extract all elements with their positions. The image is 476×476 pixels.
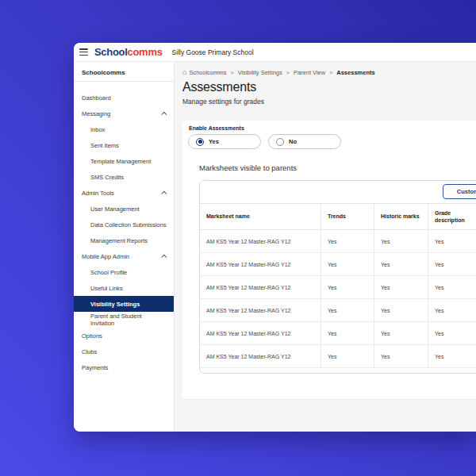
page-subtitle: Manage settings for grades [182,98,264,106]
sidebar-item-label: Data Collection Submissions [90,221,166,228]
sidebar-item-label: Useful Links [90,285,123,292]
table-header-cell-grade-description: Grade description [428,204,476,229]
sidebar-item-sms-credits[interactable]: SMS Credits [74,169,174,185]
sidebar-item-label: Inbox [90,126,105,133]
table-cell: Yes [321,322,374,344]
breadcrumb-separator-icon: > [286,70,290,75]
hamburger-icon[interactable] [79,48,88,56]
sidebar-nav: DashboardMessagingInboxSent ItemsTemplat… [74,82,174,375]
sidebar-item-clubs[interactable]: Clubs [74,344,174,359]
sidebar-item-options[interactable]: Options [74,328,174,344]
table-row: AM KS5 Year 12 Master-RAG Y12YesYesYes [200,230,476,253]
sidebar-item-dashboard[interactable]: Dashboard [74,90,174,106]
sidebar-item-label: Parent and Student Invitation [90,313,167,327]
table-row: AM KS5 Year 12 Master-RAG Y12YesYesYes [200,322,476,345]
table-cell: Yes [374,276,428,298]
sidebar-item-label: Options [82,332,102,340]
chevron-up-icon [161,254,167,259]
table-cell: AM KS5 Year 12 Master-RAG Y12 [200,253,321,275]
table-row: AM KS5 Year 12 Master-RAG Y12YesYesYes [200,253,476,276]
table-header-cell-historic-marks: Historic marks [374,204,428,229]
radio-option-label: No [289,138,297,145]
sidebar-item-label: Mobile App Admin [82,253,129,260]
school-name: Silly Goose Primary School [172,48,254,56]
sidebar-item-management-reports[interactable]: Management Reports [74,232,174,248]
radio-icon [196,138,204,146]
sidebar-item-parent-and-student-invitation[interactable]: Parent and Student Invitation [74,312,174,328]
breadcrumb-item-visibility-settings[interactable]: Visibility Settings [238,69,282,76]
table-cell: AM KS5 Year 12 Master-RAG Y12 [200,276,321,298]
sidebar-item-school-profile[interactable]: School Profile [74,264,174,280]
sidebar-item-sent-items[interactable]: Sent Items [74,137,174,153]
table-cell: Yes [428,345,476,367]
radio-option-yes[interactable]: Yes [188,134,261,149]
schoolcomms-logo: Schoolcomms [94,47,163,57]
sidebar-item-label: Dashboard [82,94,111,102]
enable-assessments-radio-group: YesNo [188,134,341,149]
radio-option-label: Yes [209,138,219,145]
table-header-text: Historic marks [381,213,420,220]
sidebar-item-label: Visibility Settings [90,301,140,308]
sidebar-item-messaging[interactable]: Messaging [74,106,174,121]
settings-card: Enable Assessments YesNo Marksheets visi… [181,120,476,400]
table-cell: AM KS5 Year 12 Master-RAG Y12 [200,230,321,252]
breadcrumb-item-parent-view[interactable]: Parent View [294,69,325,76]
table-header-row: Marksheet nameTrendsHistoric marksGrade … [200,203,476,230]
table-row: AM KS5 Year 12 Master-RAG Y12YesYesYes [200,276,476,299]
customise-button[interactable]: Customise [443,184,476,199]
table-cell: Yes [374,230,428,252]
chevron-up-icon [161,111,167,117]
sidebar-item-label: Template Management [90,158,151,165]
sidebar-item-mobile-app-admin[interactable]: Mobile App Admin [74,248,174,264]
radio-option-no[interactable]: No [268,134,341,149]
sidebar-item-user-management[interactable]: User Management [74,201,174,217]
sidebar-item-useful-links[interactable]: Useful Links [74,280,174,296]
table-body: AM KS5 Year 12 Master-RAG Y12YesYesYesAM… [200,230,476,368]
sidebar-item-label: User Management [90,205,140,213]
table-cell: Yes [428,253,476,275]
sidebar-header: Schoolcomms [74,62,174,81]
table-header-cell-marksheet-name: Marksheet name [200,204,321,229]
radio-dot [278,140,282,144]
table-row: AM KS5 Year 12 Master-RAG Y12YesYesYes [200,345,476,368]
sidebar: Schoolcomms DashboardMessagingInboxSent … [74,62,175,432]
sidebar-item-label: School Profile [90,269,127,276]
logo-text-comms: comms [128,46,163,58]
table-header-text: Marksheet name [206,213,250,220]
table-cell: Yes [374,299,428,321]
breadcrumb-separator-icon: > [231,70,234,75]
table-row: AM KS5 Year 12 Master-RAG Y12YesYesYes [200,299,476,322]
table-cell: Yes [321,253,374,275]
sidebar-item-data-collection-submissions[interactable]: Data Collection Submissions [74,217,174,232]
breadcrumb-separator-icon: > [329,70,332,75]
table-cell: Yes [428,322,476,344]
sidebar-item-payments[interactable]: Payments [74,359,174,375]
table-cell: AM KS5 Year 12 Master-RAG Y12 [200,299,321,321]
table-header-text: Trends [328,213,346,220]
table-cell: Yes [428,299,476,321]
table-cell: Yes [374,253,428,275]
sidebar-item-admin-tools[interactable]: Admin Tools [74,185,174,201]
radio-icon [276,138,284,146]
logo-text-school: School [94,46,128,58]
sidebar-item-inbox[interactable]: Inbox [74,121,174,137]
main-content: ⌂ Schoolcomms>Visibility Settings>Parent… [175,62,476,432]
sidebar-item-label: Admin Tools [82,190,114,197]
breadcrumb-item-schoolcomms[interactable]: Schoolcomms [189,69,226,76]
top-bar: Schoolcomms Silly Goose Primary School [74,43,476,62]
table-cell: AM KS5 Year 12 Master-RAG Y12 [200,322,321,344]
marksheets-heading: Marksheets visible to parents [199,163,297,172]
table-cell: AM KS5 Year 12 Master-RAG Y12 [200,345,321,367]
table-cell: Yes [374,345,428,367]
table-cell: Yes [321,345,374,367]
sidebar-item-template-management[interactable]: Template Management [74,153,174,169]
table-header-text: Grade description [435,209,470,224]
table-cell: Yes [321,230,374,252]
sidebar-item-label: Messaging [82,110,110,117]
table-cell: Yes [428,230,476,252]
breadcrumb-item-assessments: Assessments [336,69,374,76]
sidebar-item-visibility-settings[interactable]: Visibility Settings [74,296,174,312]
sidebar-item-label: Management Reports [90,237,148,244]
home-icon[interactable]: ⌂ [182,69,186,76]
marksheets-table-container: Customise Marksheet nameTrendsHistoric m… [199,180,476,374]
